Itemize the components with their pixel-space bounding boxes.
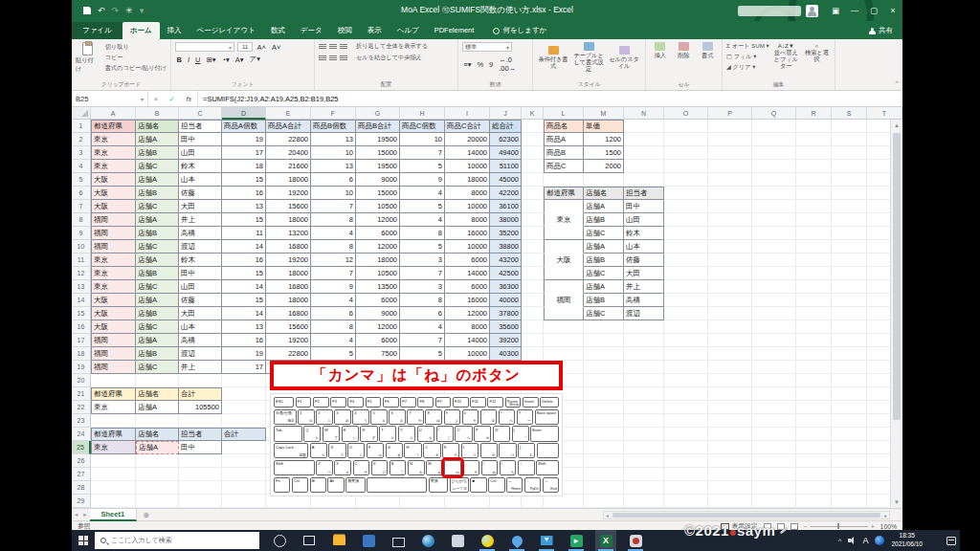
cell-B8[interactable]: 店舗A (136, 213, 179, 227)
vertical-scrollbar[interactable]: ▲▼ (890, 120, 902, 508)
zoom-level[interactable]: 100% (880, 523, 897, 530)
pdfelement-icon[interactable]: ▸ (566, 530, 587, 551)
cell-N3[interactable] (624, 146, 664, 160)
cell-N23[interactable] (624, 414, 664, 428)
cell-N8[interactable]: 山田 (624, 213, 664, 227)
cell-F8[interactable]: 8 (311, 213, 356, 227)
cell-Q13[interactable] (752, 280, 796, 294)
cell-N19[interactable] (624, 361, 664, 374)
cut-button[interactable]: 切り取り (105, 43, 167, 52)
cell-N28[interactable] (624, 481, 664, 495)
cell-K10[interactable] (522, 240, 544, 253)
cell-Q28[interactable] (752, 481, 796, 495)
cell-Q25[interactable] (752, 441, 796, 454)
cell-O18[interactable] (664, 347, 708, 361)
zoom-track[interactable] (811, 526, 868, 527)
cell-F17[interactable]: 4 (311, 334, 356, 347)
cell-L13[interactable] (544, 280, 584, 294)
cell-F16[interactable]: 8 (311, 320, 356, 334)
cell-C24[interactable]: 担当者 (179, 428, 222, 441)
cell-E9[interactable]: 13200 (266, 227, 311, 240)
cell-R6[interactable] (796, 187, 832, 200)
cell-N2[interactable] (624, 133, 664, 146)
format-painter-button[interactable]: 書式のコピー/貼り付け (105, 64, 167, 73)
tab-数式[interactable]: 数式 (263, 22, 293, 39)
row-header-25[interactable]: 25 (72, 441, 91, 454)
number-format-select[interactable]: 標準▾ (462, 42, 512, 52)
cell-R7[interactable] (796, 200, 832, 213)
cell-L6[interactable]: 都道府県 (544, 187, 584, 200)
cell-Q9[interactable] (752, 227, 796, 240)
page-break-view-icon[interactable] (791, 523, 798, 530)
cell-B20[interactable] (136, 374, 179, 387)
cell-B2[interactable]: 店舗A (136, 133, 179, 146)
cell-H15[interactable]: 6 (400, 307, 445, 320)
cell-R10[interactable] (796, 240, 832, 253)
row-header-13[interactable]: 13 (72, 280, 91, 294)
cell-K15[interactable] (522, 307, 544, 320)
column-header-S[interactable]: S (832, 107, 867, 120)
cell-M24[interactable] (584, 428, 624, 441)
cell-D16[interactable]: 13 (222, 320, 266, 334)
tab-校閲[interactable]: 校閲 (330, 22, 360, 39)
cell-I14[interactable]: 16000 (445, 294, 490, 307)
cell-J5[interactable]: 45000 (490, 173, 522, 187)
horizontal-scrollbar[interactable]: ◂ ▸ (603, 511, 890, 519)
cell-O19[interactable] (664, 361, 708, 374)
row-header-1[interactable]: 1 (72, 120, 91, 133)
cell-L4[interactable]: 商品C (544, 160, 584, 173)
cell-S20[interactable] (832, 374, 867, 387)
cell-P2[interactable] (708, 133, 752, 146)
cell-G9[interactable]: 6000 (356, 227, 400, 240)
cell-S28[interactable] (832, 481, 867, 495)
cell-Q26[interactable] (752, 454, 796, 468)
cell-R11[interactable] (796, 253, 832, 267)
cell-L7[interactable] (544, 200, 584, 213)
cell-S5[interactable] (832, 173, 867, 187)
cell-C6[interactable]: 佐藤 (179, 187, 222, 200)
cell-P22[interactable] (708, 401, 752, 414)
cell-D9[interactable]: 11 (222, 227, 266, 240)
cell-styles-button[interactable]: セルのスタイル (608, 46, 640, 69)
cell-D18[interactable]: 19 (222, 347, 266, 361)
cell-D3[interactable]: 17 (222, 146, 266, 160)
cell-B26[interactable] (136, 454, 179, 468)
cell-N7[interactable]: 田中 (624, 200, 664, 213)
cell-C4[interactable]: 鈴木 (179, 160, 222, 173)
copy-button[interactable]: コピー (105, 54, 167, 62)
cell-B12[interactable]: 店舗B (136, 267, 179, 280)
cell-B28[interactable] (136, 481, 179, 495)
yellow-app-icon[interactable] (477, 530, 498, 551)
tab-PDFelement[interactable]: PDFelement (427, 22, 482, 39)
row-header-11[interactable]: 11 (72, 253, 91, 267)
cell-P20[interactable] (708, 374, 752, 387)
cell-D10[interactable]: 14 (222, 240, 266, 253)
cell-I29[interactable] (445, 495, 490, 508)
cell-J13[interactable]: 36300 (490, 280, 522, 294)
cell-L29[interactable] (544, 495, 584, 508)
cell-M12[interactable]: 店舗C (584, 267, 624, 280)
cell-S18[interactable] (832, 347, 867, 361)
cell-L2[interactable]: 商品A (544, 133, 584, 146)
cell-M4[interactable]: 2000 (584, 160, 624, 173)
cell-E17[interactable]: 19200 (266, 334, 311, 347)
row-header-21[interactable]: 21 (72, 387, 91, 401)
zoom-out-icon[interactable]: − (804, 523, 808, 530)
cell-M8[interactable]: 店舗B (584, 213, 624, 227)
cell-N4[interactable] (624, 160, 664, 173)
zoom-in-icon[interactable]: + (871, 523, 875, 530)
cell-S26[interactable] (832, 454, 867, 468)
select-all-corner[interactable] (72, 107, 91, 120)
cell-O15[interactable] (664, 307, 708, 320)
cell-J12[interactable]: 42500 (490, 267, 522, 280)
cell-G2[interactable]: 19500 (356, 133, 400, 146)
row-header-26[interactable]: 26 (72, 454, 91, 468)
cell-A8[interactable]: 福岡 (91, 213, 136, 227)
cell-J10[interactable]: 38800 (490, 240, 522, 253)
cell-B9[interactable]: 店舗B (136, 227, 179, 240)
underline-button[interactable]: U (194, 55, 202, 64)
cell-A19[interactable]: 福岡 (91, 361, 136, 374)
scroll-up-icon[interactable]: ▲ (891, 120, 902, 131)
align-icon[interactable] (319, 44, 326, 49)
row-header-20[interactable]: 20 (72, 374, 91, 387)
